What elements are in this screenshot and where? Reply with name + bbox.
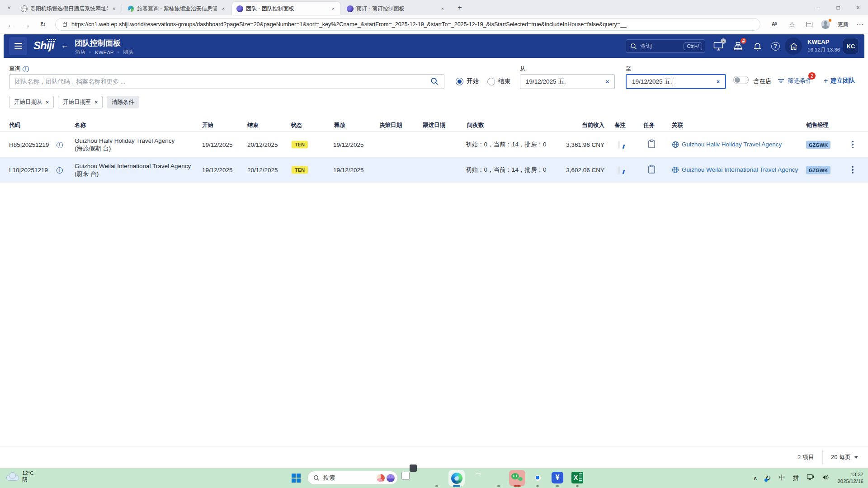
info-icon[interactable]: i: [57, 166, 63, 174]
browser-tab-4[interactable]: 预订 - 预订控制面板 ×: [342, 2, 450, 15]
col-current-revenue[interactable]: 当前收入: [520, 122, 604, 129]
help-icon[interactable]: ?: [769, 41, 781, 52]
to-date-input[interactable]: 19/12/2025 五. ×: [626, 74, 726, 89]
refresh-button[interactable]: ↻: [38, 20, 48, 29]
col-name[interactable]: 名称: [75, 122, 86, 129]
note-icon[interactable]: [618, 141, 619, 148]
forward-button[interactable]: →: [22, 20, 32, 29]
browser-tab-3-active[interactable]: 团队 - 团队控制面板 ×: [232, 2, 340, 15]
user-avatar[interactable]: KC: [843, 38, 859, 54]
volume-icon[interactable]: [822, 474, 830, 483]
row-menu-kebab-icon[interactable]: [852, 141, 854, 148]
info-icon[interactable]: i: [57, 141, 63, 148]
global-search-input[interactable]: 查询 Ctrl+/: [626, 39, 705, 53]
chip-remove-icon[interactable]: ×: [46, 99, 49, 105]
tab-close-icon[interactable]: ×: [220, 5, 227, 12]
tab-close-icon[interactable]: ×: [330, 5, 337, 12]
ime-mode-button[interactable]: 拼: [793, 474, 799, 482]
calculator-icon[interactable]: [493, 472, 505, 484]
excel-icon[interactable]: X: [571, 472, 584, 484]
file-explorer-icon[interactable]: [430, 472, 443, 484]
window-minimize-button[interactable]: –: [808, 0, 828, 15]
row-menu-kebab-icon[interactable]: [852, 166, 854, 174]
clock-widget[interactable]: 13:37 2025/12/16: [837, 471, 863, 485]
window-close-button[interactable]: ×: [848, 0, 868, 15]
clear-from-date-icon[interactable]: ×: [606, 79, 609, 85]
note-icon[interactable]: [618, 166, 619, 173]
query-search-input[interactable]: [9, 74, 444, 89]
finance-app-icon[interactable]: ¥: [552, 472, 564, 484]
col-status[interactable]: 状态: [291, 122, 302, 129]
breadcrumb-hotel[interactable]: 酒店: [75, 49, 85, 56]
address-bar[interactable]: https://cn1.web.ep.shiji.world/reservati…: [55, 18, 760, 31]
tab-close-icon[interactable]: ×: [110, 5, 118, 12]
read-aloud-icon[interactable]: A)): [769, 19, 779, 29]
col-release[interactable]: 释放: [334, 122, 345, 129]
wechat-icon[interactable]: [509, 470, 525, 486]
favorite-star-icon[interactable]: ☆: [787, 19, 797, 29]
tray-chevron-icon[interactable]: ∧: [753, 474, 758, 482]
page-back-button[interactable]: ←: [61, 41, 69, 50]
tab-close-icon[interactable]: ×: [439, 5, 446, 12]
microsoft-store-icon[interactable]: [472, 472, 485, 484]
ime-language-button[interactable]: 中: [778, 474, 785, 482]
tasks-clipboard-icon[interactable]: [647, 139, 656, 150]
browser-update-button[interactable]: 更新: [835, 19, 851, 29]
filter-conditions-button[interactable]: 筛选条件: [778, 77, 812, 85]
col-start[interactable]: 开始: [202, 122, 213, 129]
workstation-icon[interactable]: ×: [712, 41, 724, 52]
query-search-icon[interactable]: [430, 77, 439, 87]
taskbar-search-box[interactable]: 搜索: [307, 471, 398, 485]
end-radio-option[interactable]: 结束: [487, 77, 510, 85]
browser-menu-icon[interactable]: ⋯: [854, 19, 865, 29]
browser-tab-1[interactable]: 贵阳机场智选假日酒店系统网址导 ×: [16, 2, 121, 15]
linked-profile-link[interactable]: Guizhou Weilai International Travel Agen…: [672, 166, 798, 174]
back-button[interactable]: ←: [5, 20, 15, 29]
clear-filters-button[interactable]: 清除条件: [107, 96, 139, 108]
start-button[interactable]: [292, 474, 301, 483]
col-end[interactable]: 结束: [247, 122, 259, 129]
table-row[interactable]: H85|20251219 i Guizhou Hailv Holiday Tra…: [0, 132, 868, 157]
hamburger-menu-button[interactable]: [9, 37, 27, 55]
radio-selected[interactable]: [456, 78, 463, 85]
col-tasks[interactable]: 任务: [643, 122, 655, 129]
home-button[interactable]: [785, 38, 802, 55]
chip-start-date-from[interactable]: 开始日期从 ×: [9, 96, 54, 108]
profile-avatar[interactable]: [820, 19, 831, 29]
table-row[interactable]: L10|20251219 i Guizhou Weilai Internatio…: [0, 157, 868, 183]
from-date-input[interactable]: 19/12/2025 五. ×: [520, 74, 615, 89]
sync-icon[interactable]: ↻: [765, 474, 771, 482]
notifications-bell-icon[interactable]: [751, 41, 763, 52]
network-icon[interactable]: [807, 474, 814, 483]
linked-profile-link[interactable]: Guizhou Hailv Holiday Travel Agency: [672, 141, 782, 148]
info-icon[interactable]: i: [23, 66, 29, 72]
col-room-nights[interactable]: 间夜数: [467, 122, 484, 129]
page-size-dropdown[interactable]: 20 每页: [831, 453, 858, 461]
cashier-icon[interactable]: [732, 41, 744, 52]
radio-unselected[interactable]: [487, 78, 495, 85]
col-sales-manager[interactable]: 销售经理: [806, 122, 829, 129]
chip-remove-icon[interactable]: ×: [95, 99, 98, 105]
tab-search-button[interactable]: ˅: [4, 3, 14, 13]
clear-to-date-icon[interactable]: ×: [717, 79, 720, 85]
group-code[interactable]: L10|20251219: [9, 166, 48, 173]
weather-widget[interactable]: 12°C 阴: [5, 470, 34, 483]
browser-tab-2[interactable]: 旅客查询 - 紫楠旅馆业治安信息管 ×: [123, 2, 231, 15]
collections-icon[interactable]: [804, 19, 815, 29]
task-view-button[interactable]: [410, 472, 422, 484]
property-info[interactable]: KWEAP 16 12月 13:36: [807, 38, 840, 53]
col-follow-up-date[interactable]: 跟进日期: [423, 122, 445, 129]
col-notes[interactable]: 备注: [614, 122, 626, 129]
col-links[interactable]: 关联: [672, 122, 683, 129]
include-inhouse-toggle[interactable]: [733, 76, 749, 84]
chrome-browser-icon[interactable]: [532, 472, 544, 484]
window-maximize-button[interactable]: □: [828, 0, 848, 15]
group-code[interactable]: H85|20251219: [9, 141, 49, 148]
create-group-button[interactable]: + 建立团队: [824, 77, 855, 85]
edge-browser-icon[interactable]: [448, 470, 465, 486]
col-code[interactable]: 代码: [9, 122, 20, 129]
col-decision-date[interactable]: 决策日期: [379, 122, 402, 129]
start-radio-option[interactable]: 开始: [456, 77, 479, 85]
chip-start-date-to[interactable]: 开始日期至 ×: [58, 96, 103, 108]
new-tab-button[interactable]: +: [454, 3, 466, 13]
